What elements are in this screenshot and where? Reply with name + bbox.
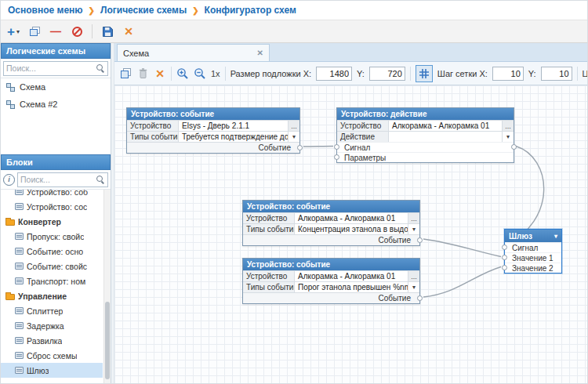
node-title[interactable]: Устройство: событие <box>243 201 419 212</box>
input-port[interactable] <box>334 144 339 150</box>
bg-height-input[interactable] <box>369 67 405 81</box>
tree-folder-converter[interactable]: Конвертер <box>1 214 103 229</box>
tree-item-event-property[interactable]: Событие: свойс <box>1 259 103 274</box>
tree-item-pass[interactable]: Пропуск: свойс <box>1 229 103 244</box>
copy-icon <box>120 67 132 79</box>
breadcrumb-scheme-configurator[interactable]: Конфигуратор схем <box>205 5 296 16</box>
tree-item-device-event[interactable]: Устройство: соб <box>1 190 103 199</box>
dropdown-button[interactable]: ▾ <box>288 132 299 142</box>
toolbar-separator <box>410 67 411 81</box>
input-port[interactable] <box>334 154 339 160</box>
clear-button[interactable]: ✕ <box>154 66 166 82</box>
schemes-search-input[interactable] <box>6 63 96 73</box>
grid-toggle-button[interactable] <box>416 65 433 82</box>
row-label: Типы событий <box>243 224 295 234</box>
add-button[interactable]: + ▾ <box>7 24 20 39</box>
copy-scheme-button[interactable] <box>119 66 132 82</box>
node-device-action[interactable]: Устройство: действие Устройство Алкорамк… <box>336 107 514 163</box>
scheme-canvas[interactable]: Устройство: событие Устройство Elsys - Д… <box>114 85 587 383</box>
tree-item-delay[interactable]: Задержка <box>1 318 103 333</box>
block-icon <box>15 337 24 344</box>
node-device-event-2[interactable]: Устройство: событие Устройство Алкорамка… <box>242 200 420 246</box>
wire-event1-to-action <box>303 147 333 147</box>
input-port[interactable] <box>502 255 507 260</box>
save-icon <box>102 26 114 38</box>
main-area: Схема ✕ ✕ <box>114 43 587 383</box>
search-icon <box>96 64 105 73</box>
cancel-button[interactable] <box>71 24 83 39</box>
breadcrumb-logic-schemes[interactable]: Логические схемы <box>100 5 187 16</box>
tree-item-label: Сплиттер <box>27 306 63 316</box>
folder-icon <box>5 219 15 226</box>
tab-close-icon[interactable]: ✕ <box>257 49 263 57</box>
schemes-search-row <box>1 59 111 78</box>
wire-event3-to-gateway <box>423 267 501 298</box>
grid-step-y-input[interactable] <box>541 67 572 81</box>
remove-button[interactable]: — <box>49 24 62 39</box>
grid-step-x-input[interactable] <box>492 67 524 81</box>
input-port[interactable] <box>502 265 507 270</box>
node-title[interactable]: Шлюз ▾ <box>505 230 561 242</box>
tree-item-label: Устройство: соб <box>27 190 88 197</box>
blocks-search-input[interactable] <box>20 175 96 184</box>
scheme-icon <box>6 100 16 109</box>
breadcrumb-separator: ❯ <box>192 6 198 15</box>
tree-item-gateway[interactable]: Шлюз <box>1 363 103 378</box>
tab-scheme[interactable]: Схема ✕ <box>117 44 270 61</box>
tree-item-label: Событие: осно <box>27 247 83 256</box>
node-device-event-1[interactable]: Устройство: событие Устройство Elsys - Д… <box>126 107 300 154</box>
device-picker-button[interactable]: ... <box>408 271 419 281</box>
dropdown-button[interactable]: ▾ <box>502 132 514 142</box>
tree-folder-control[interactable]: Управление <box>1 288 103 303</box>
node-row-device: Устройство Алкорамка - Алкорамка 01 ... <box>243 212 419 223</box>
tree-item-device-state[interactable]: Устройство: сос <box>1 199 103 214</box>
toolbar-separator <box>225 67 226 81</box>
blocks-search-box <box>17 172 108 187</box>
tree-item-splitter[interactable]: Сплиттер <box>1 303 103 318</box>
node-gateway[interactable]: Шлюз ▾ Сигнал Значение 1 Значение 2 <box>504 229 562 274</box>
info-icon[interactable]: i <box>3 174 15 186</box>
output-port[interactable] <box>417 237 423 243</box>
node-title[interactable]: Устройство: действие <box>337 108 514 120</box>
blocks-scrollbar[interactable] <box>103 190 111 383</box>
scrollbar-thumb[interactable] <box>105 302 110 379</box>
breadcrumb-main-menu[interactable]: Основное меню <box>8 5 83 16</box>
scheme-item[interactable]: Схема #2 <box>1 96 111 113</box>
tree-item-label: Управление <box>18 292 67 301</box>
save-button[interactable] <box>101 24 114 39</box>
blocks-tree: Устройство: соб Устройство: сос Конверте… <box>1 190 111 383</box>
bg-width-input[interactable] <box>316 67 352 81</box>
close-button[interactable]: ✕ <box>122 24 135 39</box>
tree-item-scheme-reset[interactable]: Сброс схемы <box>1 348 103 363</box>
node-title[interactable]: Устройство: событие <box>127 108 299 120</box>
zoom-in-button[interactable] <box>176 66 189 82</box>
chevron-down-icon: ▾ <box>554 233 557 240</box>
grid-y-label: Y: <box>528 69 536 78</box>
tree-item-event-basic[interactable]: Событие: осно <box>1 244 103 259</box>
device-picker-button[interactable]: ... <box>408 213 419 223</box>
row-label: Устройство <box>243 213 295 223</box>
output-port[interactable] <box>417 295 423 301</box>
node-title[interactable]: Устройство: событие <box>243 259 419 270</box>
gateway-title-label: Шлюз <box>509 232 532 241</box>
input-row-signal: Сигнал <box>337 142 514 152</box>
input-port[interactable] <box>502 245 507 250</box>
rename-button[interactable] <box>28 24 41 39</box>
bg-y-label: Y: <box>357 69 365 78</box>
delete-button[interactable] <box>136 66 149 82</box>
zoom-out-button[interactable] <box>194 66 206 82</box>
tree-item-transport[interactable]: Транспорт: ном <box>1 274 103 288</box>
output-port[interactable] <box>297 145 303 150</box>
scheme-item[interactable]: Схема <box>1 78 111 96</box>
dropdown-button[interactable]: ▾ <box>408 282 419 292</box>
tree-item-label: Пропуск: свойс <box>27 232 84 241</box>
device-picker-button[interactable]: ... <box>502 121 514 131</box>
trash-icon <box>138 67 148 79</box>
dropdown-button[interactable]: ▾ <box>408 224 419 234</box>
tree-item-label: Сброс схемы <box>27 351 77 360</box>
node-device-event-3[interactable]: Устройство: событие Устройство Алкорамка… <box>242 258 420 304</box>
node-row-event-types: Типы событий Порог этанола превышен %nm … <box>243 281 419 292</box>
tree-item-fork[interactable]: Развилка <box>1 333 103 348</box>
device-picker-button[interactable]: ... <box>288 121 299 131</box>
output-port[interactable] <box>511 144 517 150</box>
